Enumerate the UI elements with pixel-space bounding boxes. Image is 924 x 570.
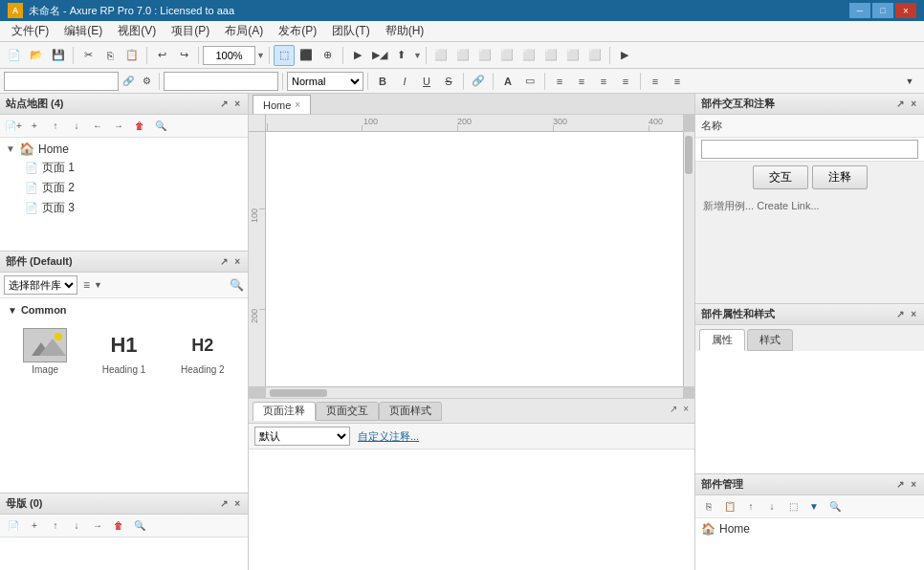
- align-text-right[interactable]: ≡: [593, 71, 614, 92]
- save-button[interactable]: 💾: [48, 45, 69, 66]
- cm-search-button[interactable]: 🔍: [825, 498, 845, 515]
- element-settings-button[interactable]: ⚙: [138, 73, 155, 90]
- menu-project[interactable]: 项目(P): [164, 21, 217, 42]
- sitemap-move-up-button[interactable]: ↑: [46, 118, 65, 135]
- open-button[interactable]: 📂: [26, 45, 47, 66]
- library-select[interactable]: 选择部件库: [4, 275, 77, 295]
- sitemap-close-icon[interactable]: ×: [232, 98, 242, 110]
- notes-tab-page-style[interactable]: 页面样式: [379, 402, 442, 421]
- zoom-input[interactable]: [203, 46, 255, 65]
- select-tool[interactable]: ⬚: [274, 45, 295, 66]
- sitemap-item-page3[interactable]: 📄 页面 3: [2, 198, 246, 218]
- select-all-tool[interactable]: ⬛: [296, 45, 317, 66]
- master-delete-button[interactable]: 🗑: [109, 517, 128, 535]
- canvas-tab-home[interactable]: Home ×: [253, 95, 311, 114]
- widget-menu-icon[interactable]: ≡: [83, 278, 90, 292]
- more-button[interactable]: ▶: [614, 45, 635, 66]
- sitemap-search-button[interactable]: 🔍: [151, 118, 170, 135]
- undo-button[interactable]: ↩: [151, 45, 172, 66]
- notes-tab-page-interaction[interactable]: 页面交互: [316, 402, 379, 421]
- text-link-button[interactable]: 🔗: [468, 71, 489, 92]
- font-color-button[interactable]: A: [497, 71, 518, 92]
- element-link-button[interactable]: 🔗: [120, 73, 137, 90]
- cm-down-button[interactable]: ↓: [762, 498, 781, 515]
- publish-button[interactable]: ⬆: [391, 45, 412, 66]
- cm-up-button[interactable]: ↑: [741, 498, 760, 515]
- widget-heading2[interactable]: H2 Heading 2: [165, 321, 240, 380]
- menu-layout[interactable]: 布局(A): [217, 21, 271, 42]
- master-right-button[interactable]: →: [88, 517, 107, 535]
- cm-filter-button[interactable]: ▼: [804, 498, 824, 515]
- cm-move-button[interactable]: ⬚: [783, 498, 803, 515]
- align-center-v[interactable]: ⬜: [518, 45, 539, 66]
- copy-button[interactable]: ⎘: [99, 45, 121, 66]
- cm-paste-button[interactable]: 📋: [720, 498, 739, 515]
- sitemap-add-child-button[interactable]: +: [25, 118, 44, 135]
- widget-section-common[interactable]: ▼ Common: [4, 302, 244, 318]
- align-text-justify[interactable]: ≡: [615, 71, 636, 92]
- preview-options[interactable]: ▶◢: [369, 45, 390, 66]
- align-text-center[interactable]: ≡: [571, 71, 592, 92]
- master-expand-icon[interactable]: ↗: [218, 497, 230, 510]
- notes-content[interactable]: [249, 449, 694, 570]
- interaction-name-input[interactable]: [701, 140, 918, 159]
- widget-close-icon[interactable]: ×: [232, 255, 242, 268]
- component-manager-expand-icon[interactable]: ↗: [894, 478, 906, 491]
- properties-expand-icon[interactable]: ↗: [894, 308, 906, 320]
- bullet-list-button[interactable]: ≡: [645, 71, 666, 92]
- new-button[interactable]: 📄: [4, 45, 25, 66]
- align-right[interactable]: ⬜: [474, 45, 495, 66]
- home-toggle-icon[interactable]: ▼: [6, 143, 17, 154]
- bg-color-button[interactable]: ▭: [519, 71, 540, 92]
- master-up-button[interactable]: ↑: [46, 517, 65, 535]
- menu-publish[interactable]: 发布(P): [271, 21, 324, 42]
- align-bottom[interactable]: ⬜: [540, 45, 561, 66]
- bold-button[interactable]: B: [372, 71, 393, 92]
- vscroll-thumb[interactable]: [685, 136, 693, 174]
- widget-search-icon[interactable]: 🔍: [230, 278, 244, 292]
- connection-tool[interactable]: ⊕: [318, 45, 339, 66]
- page-name-input[interactable]: [164, 72, 278, 91]
- widget-image[interactable]: Image: [8, 321, 82, 380]
- widget-heading1[interactable]: H1 Heading 1: [86, 321, 161, 380]
- sitemap-move-right-button[interactable]: →: [109, 118, 128, 135]
- cm-copy-button[interactable]: ⎘: [699, 498, 718, 515]
- sitemap-item-home[interactable]: ▼ 🏠 Home: [2, 140, 246, 158]
- sitemap-item-page1[interactable]: 📄 页面 1: [2, 158, 246, 178]
- menu-help[interactable]: 帮助(H): [378, 21, 432, 42]
- master-search-button[interactable]: 🔍: [130, 517, 149, 535]
- paste-button[interactable]: 📋: [121, 45, 143, 66]
- cut-button[interactable]: ✂: [77, 45, 99, 66]
- cm-item-home[interactable]: 🏠 Home: [697, 520, 922, 537]
- interaction-close-icon[interactable]: ×: [909, 98, 918, 110]
- widget-expand-icon[interactable]: ↗: [218, 255, 230, 268]
- sitemap-item-page2[interactable]: 📄 页面 2: [2, 178, 246, 198]
- align-left[interactable]: ⬜: [430, 45, 451, 66]
- distribute-v[interactable]: ⬜: [584, 45, 605, 66]
- canvas-vscroll[interactable]: [683, 132, 694, 386]
- element-name-input[interactable]: [4, 72, 119, 91]
- canvas-tab-close-icon[interactable]: ×: [295, 99, 300, 110]
- align-top[interactable]: ⬜: [496, 45, 517, 66]
- strikethrough-button[interactable]: S: [438, 71, 459, 92]
- notes-type-select[interactable]: 默认: [254, 427, 350, 446]
- underline-button[interactable]: U: [416, 71, 437, 92]
- hscroll-thumb[interactable]: [270, 389, 327, 397]
- menu-view[interactable]: 视图(V): [110, 21, 164, 42]
- widget-dropdown-icon[interactable]: ▼: [94, 280, 102, 290]
- notes-customize-link[interactable]: 自定义注释...: [358, 429, 419, 444]
- align-center-h[interactable]: ⬜: [452, 45, 473, 66]
- component-manager-close-icon[interactable]: ×: [909, 478, 918, 491]
- italic-button[interactable]: I: [394, 71, 415, 92]
- master-close-icon[interactable]: ×: [232, 497, 242, 510]
- menu-file[interactable]: 文件(F): [4, 21, 56, 42]
- distribute-h[interactable]: ⬜: [562, 45, 583, 66]
- master-down-button[interactable]: ↓: [67, 517, 86, 535]
- text-style-select[interactable]: Normal Heading 1: [287, 72, 363, 91]
- notes-expand-icon[interactable]: ↗: [668, 403, 679, 415]
- toolbar2-expand[interactable]: ▼: [899, 71, 920, 92]
- menu-edit[interactable]: 编辑(E): [56, 21, 110, 42]
- maximize-button[interactable]: □: [872, 3, 893, 18]
- canvas-hscroll[interactable]: [266, 386, 683, 398]
- notes-tab-page-notes[interactable]: 页面注释: [253, 402, 316, 421]
